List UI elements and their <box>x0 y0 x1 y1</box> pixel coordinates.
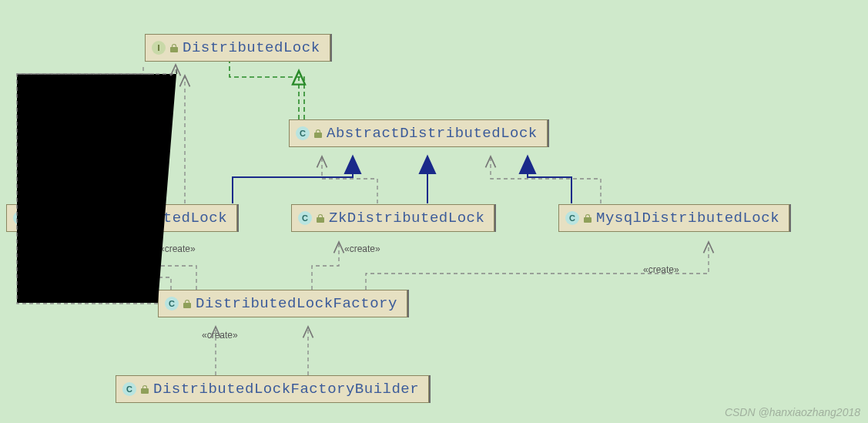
node-abstract-distributed-lock: C AbstractDistributedLock <box>289 119 548 147</box>
create-label: «create» <box>202 330 238 341</box>
create-label: «create» <box>159 243 196 254</box>
class-name-label: DistributedLock <box>183 39 320 56</box>
class-name-label: RedisDistributedLock <box>44 210 227 227</box>
class-icon: C <box>298 211 312 225</box>
class-name-label: DistributedLockFactoryBuilder <box>153 381 419 398</box>
create-label: «create» <box>344 243 380 254</box>
class-icon: C <box>165 297 179 311</box>
node-distributed-lock: I DistributedLock <box>145 34 330 62</box>
node-redis-distributed-lock: C RedisDistributedLock <box>6 204 237 232</box>
class-name-label: DistributedLockFactory <box>196 295 397 312</box>
lock-icon <box>170 44 178 52</box>
lock-icon <box>584 214 592 223</box>
create-label: «create» <box>643 264 679 275</box>
node-distributed-lock-factory-builder: C DistributedLockFactoryBuilder <box>116 375 429 403</box>
lock-icon <box>141 385 149 394</box>
interface-icon: I <box>152 41 166 55</box>
class-icon: C <box>296 126 310 140</box>
lock-icon <box>32 214 39 223</box>
class-name-label: MysqlDistributedLock <box>596 210 779 227</box>
node-distributed-lock-factory: C DistributedLockFactory <box>158 290 407 317</box>
class-icon: C <box>13 211 27 225</box>
lock-icon <box>314 129 322 138</box>
lock-icon <box>183 300 191 308</box>
watermark: CSDN @hanxiaozhang2018 <box>725 406 860 418</box>
class-icon: C <box>122 382 136 396</box>
class-name-label: AbstractDistributedLock <box>327 125 538 142</box>
class-name-label: ZkDistributedLock <box>329 210 484 227</box>
node-zk-distributed-lock: C ZkDistributedLock <box>291 204 494 232</box>
lock-icon <box>317 214 324 223</box>
node-mysql-distributed-lock: C MysqlDistributedLock <box>558 204 789 232</box>
class-icon: C <box>565 211 579 225</box>
